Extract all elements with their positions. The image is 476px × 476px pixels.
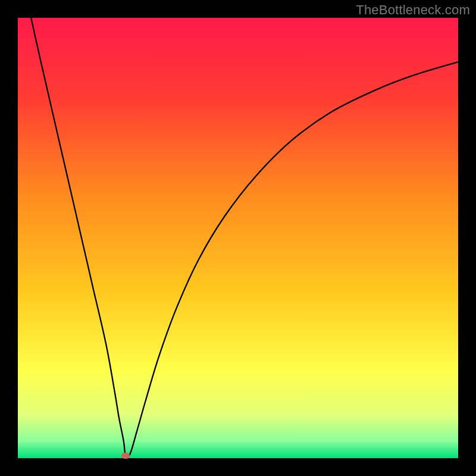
minimum-marker — [121, 453, 130, 459]
curve-layer — [18, 18, 458, 458]
bottleneck-curve — [31, 18, 458, 458]
plot-area — [18, 18, 458, 458]
attribution-text: TheBottleneck.com — [356, 2, 470, 18]
chart-frame: TheBottleneck.com — [0, 0, 476, 476]
